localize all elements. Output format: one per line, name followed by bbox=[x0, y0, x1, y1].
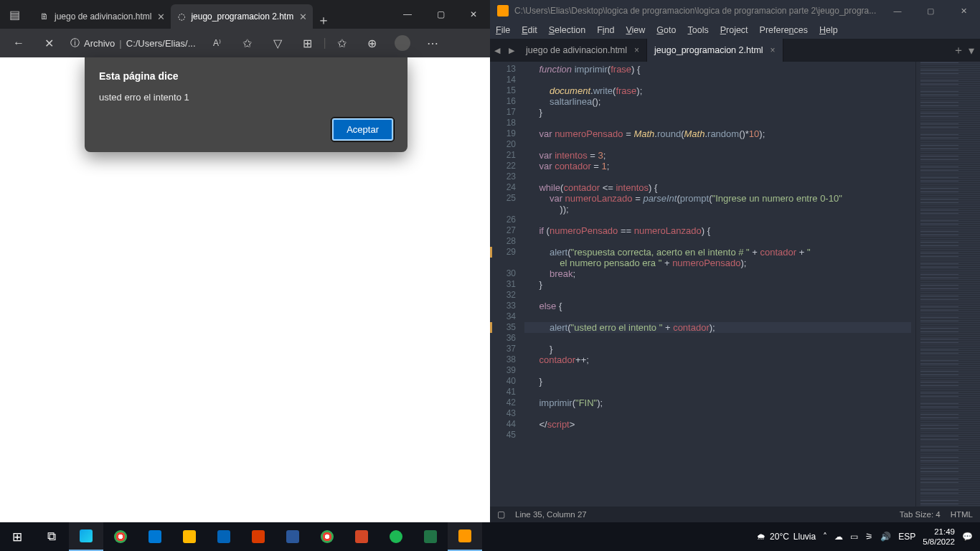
menu-file[interactable]: File bbox=[496, 25, 510, 35]
menu-preferences[interactable]: Preferences bbox=[760, 25, 808, 35]
clock-time: 21:49 bbox=[923, 527, 955, 537]
editor-titlebar: C:\Users\Elias\Desktop\logica de program… bbox=[490, 0, 980, 22]
read-aloud-button[interactable]: A⁾ bbox=[203, 29, 232, 57]
status-square-icon: ▢ bbox=[497, 509, 505, 519]
status-lang[interactable]: HTML bbox=[951, 510, 973, 519]
tab-title: jeugo_programacion 2.html bbox=[654, 45, 763, 55]
editor-body: 1314151617181920212223242526272829303132… bbox=[490, 62, 980, 507]
menu-selection[interactable]: Selection bbox=[549, 25, 585, 35]
taskbar-edge[interactable] bbox=[69, 522, 103, 551]
weather-widget[interactable]: 🌧 20°C Lluvia bbox=[757, 532, 816, 542]
browser-tab-2[interactable]: ◌ jeugo_programacion 2.htm ✕ bbox=[171, 4, 313, 29]
taskbar-excel[interactable] bbox=[413, 522, 448, 551]
weather-desc: Lluvia bbox=[793, 532, 816, 542]
taskview-button[interactable]: ⧉ bbox=[34, 522, 69, 551]
tray-clock[interactable]: 21:49 5/8/2022 bbox=[923, 527, 955, 547]
favorites-list-button[interactable]: ✩ bbox=[328, 29, 357, 57]
tray-chevron-icon[interactable]: ˄ bbox=[823, 532, 827, 542]
menu-tools[interactable]: Tools bbox=[687, 25, 708, 35]
browser-window: ▤ 🗎 juego de adivinacion.html ✕ ◌ jeugo_… bbox=[0, 0, 490, 522]
sublime-icon bbox=[497, 5, 509, 17]
editor-menubar: File Edit Selection Find View Goto Tools… bbox=[490, 22, 980, 39]
taskbar-chrome[interactable] bbox=[103, 522, 138, 551]
taskbar-mail[interactable] bbox=[207, 522, 241, 551]
new-tab-button[interactable]: ＋ bbox=[953, 43, 964, 58]
menu-view[interactable]: View bbox=[626, 25, 645, 35]
new-tab-button[interactable]: ＋ bbox=[313, 11, 334, 29]
system-tray: 🌧 20°C Lluvia ˄ ☁ ▭ ⚞ 🔊 ESP 21:49 5/8/20… bbox=[757, 527, 980, 547]
tab-title: juego de adivinacion.html bbox=[526, 45, 627, 55]
status-tabsize[interactable]: Tab Size: 4 bbox=[900, 510, 941, 519]
browser-toolbar: ← ✕ ⓘ Archivo | C:/Users/Elias/... A⁾ ✩ … bbox=[0, 29, 490, 57]
tab-title: jeugo_programacion 2.htm bbox=[191, 11, 293, 22]
tab-title: juego de adivinacion.html bbox=[55, 11, 151, 22]
back-button[interactable]: ← bbox=[4, 29, 33, 57]
maximize-button[interactable]: ▢ bbox=[914, 0, 947, 22]
browser-viewport: Esta página dice usted erro el intento 1… bbox=[0, 57, 490, 522]
editor-tabbar: ◀ ▶ juego de adivinacion.html × jeugo_pr… bbox=[490, 39, 980, 62]
extensions-button[interactable]: ⊞ bbox=[293, 29, 322, 57]
address-path: C:/Users/Elias/... bbox=[126, 38, 196, 49]
weather-temp: 20°C bbox=[770, 532, 789, 542]
browser-tabstrip: 🗎 juego de adivinacion.html ✕ ◌ jeugo_pr… bbox=[29, 0, 391, 29]
taskbar-chrome2[interactable] bbox=[310, 522, 344, 551]
loading-icon: ◌ bbox=[178, 11, 185, 22]
editor-title-path: C:\Users\Elias\Desktop\logica de program… bbox=[514, 6, 881, 16]
address-scheme: Archivo bbox=[84, 38, 115, 49]
close-window-button[interactable]: ✕ bbox=[947, 0, 980, 22]
file-icon: 🗎 bbox=[40, 11, 49, 22]
tab-nav-back[interactable]: ◀ bbox=[490, 39, 504, 62]
close-icon[interactable]: × bbox=[634, 45, 639, 55]
tab-nav-fwd[interactable]: ▶ bbox=[504, 39, 519, 62]
code-area[interactable]: function imprimir(frase) { document.writ… bbox=[524, 62, 915, 507]
menu-goto[interactable]: Goto bbox=[656, 25, 676, 35]
info-icon: ⓘ bbox=[70, 37, 80, 50]
editor-window: C:\Users\Elias\Desktop\logica de program… bbox=[490, 0, 980, 522]
start-button[interactable]: ⊞ bbox=[0, 522, 34, 551]
editor-tab-2[interactable]: jeugo_programacion 2.html × bbox=[647, 39, 783, 62]
js-alert-dialog: Esta página dice usted erro el intento 1… bbox=[85, 57, 407, 152]
minimap[interactable] bbox=[915, 62, 980, 507]
dialog-message: usted erro el intento 1 bbox=[99, 92, 393, 103]
minimize-button[interactable]: — bbox=[391, 0, 424, 29]
tab-actions-icon[interactable]: ▤ bbox=[0, 0, 29, 29]
taskbar-explorer[interactable] bbox=[172, 522, 207, 551]
close-icon[interactable]: ✕ bbox=[157, 11, 165, 22]
menu-project[interactable]: Project bbox=[720, 25, 748, 35]
taskbar-sublime[interactable] bbox=[448, 522, 482, 551]
menu-button[interactable]: ⋯ bbox=[418, 29, 447, 57]
menu-edit[interactable]: Edit bbox=[522, 25, 537, 35]
windows-taskbar: ⊞ ⧉ 🌧 20°C Lluvia ˄ ☁ ▭ ⚞ 🔊 ESP 21:49 5/… bbox=[0, 522, 980, 551]
taskbar-office[interactable] bbox=[241, 522, 275, 551]
profile-button[interactable] bbox=[388, 29, 417, 57]
tab-menu-button[interactable]: ▾ bbox=[969, 44, 974, 57]
stop-button[interactable]: ✕ bbox=[34, 29, 63, 57]
collections-button[interactable]: ⊕ bbox=[358, 29, 387, 57]
editor-statusbar: ▢ Line 35, Column 27 Tab Size: 4 HTML bbox=[490, 507, 980, 522]
taskbar-word[interactable] bbox=[275, 522, 310, 551]
minimize-button[interactable]: — bbox=[881, 0, 914, 22]
browser-titlebar: ▤ 🗎 juego de adivinacion.html ✕ ◌ jeugo_… bbox=[0, 0, 490, 29]
tracking-button[interactable]: ▽ bbox=[263, 29, 292, 57]
close-icon[interactable]: × bbox=[771, 45, 776, 55]
tray-wifi-icon[interactable]: ⚞ bbox=[865, 532, 873, 542]
close-window-button[interactable]: ✕ bbox=[457, 0, 490, 29]
taskbar-spotify[interactable] bbox=[379, 522, 413, 551]
tray-lang[interactable]: ESP bbox=[898, 532, 915, 542]
menu-find[interactable]: Find bbox=[597, 25, 614, 35]
dialog-title: Esta página dice bbox=[99, 70, 393, 82]
close-icon[interactable]: ✕ bbox=[299, 11, 307, 22]
tray-volume-icon[interactable]: 🔊 bbox=[880, 532, 891, 542]
tray-notifications-icon[interactable]: 💬 bbox=[962, 532, 973, 542]
menu-help[interactable]: Help bbox=[819, 25, 838, 35]
editor-tab-1[interactable]: juego de adivinacion.html × bbox=[519, 39, 647, 62]
favorite-button[interactable]: ✩ bbox=[233, 29, 262, 57]
taskbar-powerpoint[interactable] bbox=[344, 522, 379, 551]
accept-button[interactable]: Aceptar bbox=[332, 118, 393, 141]
tray-battery-icon[interactable]: ▭ bbox=[850, 532, 858, 542]
tray-onedrive-icon[interactable]: ☁ bbox=[834, 532, 843, 542]
maximize-button[interactable]: ▢ bbox=[424, 0, 457, 29]
taskbar-store[interactable] bbox=[138, 522, 172, 551]
address-bar[interactable]: ⓘ Archivo | C:/Users/Elias/... bbox=[65, 32, 202, 55]
browser-tab-1[interactable]: 🗎 juego de adivinacion.html ✕ bbox=[33, 4, 171, 29]
